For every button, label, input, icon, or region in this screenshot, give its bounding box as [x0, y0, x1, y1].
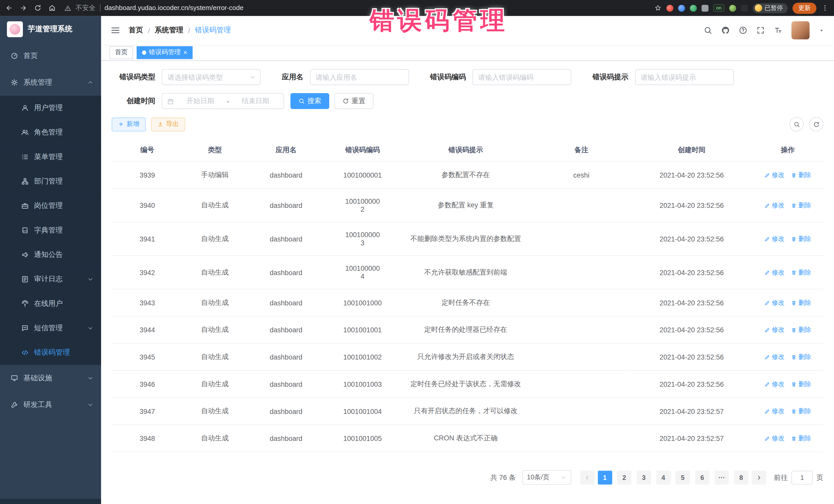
error-hint-input[interactable] [635, 69, 734, 85]
edit-link[interactable]: 修改 [765, 201, 785, 210]
show-search-toggle-button[interactable] [789, 117, 804, 131]
edit-link[interactable]: 修改 [765, 407, 785, 416]
edit-link[interactable]: 修改 [765, 352, 785, 361]
forward-icon[interactable] [20, 4, 27, 12]
export-button[interactable]: 导出 [151, 117, 185, 131]
sidebar-item[interactable]: 字典管理 [0, 218, 101, 242]
sidebar-item[interactable]: 角色管理 [0, 120, 101, 145]
browser-menu-kebab-icon[interactable] [821, 4, 829, 12]
cell-code: 1001001000 [325, 289, 400, 316]
app-logo-row[interactable]: 芋道管理系统 [0, 16, 101, 43]
delete-link[interactable]: 删除 [791, 298, 811, 307]
app-name-input[interactable] [310, 69, 409, 85]
sidebar-item[interactable]: 错误码管理 [0, 341, 101, 365]
fullscreen-icon[interactable] [756, 26, 765, 35]
sidebar-item[interactable]: 审计日志 [0, 267, 101, 291]
address-bar[interactable]: 不安全 dashboard.yudao.iocoder.cn/system/er… [64, 3, 649, 12]
error-type-select[interactable] [162, 69, 261, 85]
delete-link[interactable]: 删除 [791, 201, 811, 210]
home-icon[interactable] [48, 4, 56, 12]
sidebar-item[interactable]: 系统管理 [0, 69, 101, 96]
delete-link[interactable]: 删除 [791, 379, 811, 389]
sidebar-item[interactable]: 首页 [0, 43, 101, 69]
delete-link[interactable]: 删除 [791, 352, 811, 361]
page-number-button[interactable]: 2 [617, 470, 632, 484]
github-icon[interactable] [721, 26, 730, 35]
font-size-icon[interactable] [774, 26, 783, 35]
extension-icon-blue[interactable] [679, 5, 685, 12]
extension-icon-red[interactable] [667, 5, 674, 12]
edit-link[interactable]: 修改 [765, 234, 785, 243]
date-range-picker[interactable]: 开始日期 - 结束日期 [162, 93, 284, 109]
edit-link[interactable]: 修改 [765, 268, 785, 277]
page-number-button[interactable]: 3 [637, 470, 651, 484]
page-number-button[interactable]: ··· [715, 470, 729, 484]
delete-link[interactable]: 删除 [791, 268, 811, 277]
reload-icon[interactable] [34, 4, 42, 12]
delete-link[interactable]: 删除 [791, 325, 811, 334]
page-number-button[interactable]: 5 [676, 470, 690, 484]
next-page-button[interactable] [752, 470, 766, 484]
bookmark-star-icon[interactable] [654, 4, 662, 12]
back-icon[interactable] [5, 4, 13, 12]
cell-code: 100100000 4 [325, 256, 400, 289]
cell-app: dashboard [247, 189, 325, 222]
goto-page-input[interactable] [791, 470, 813, 484]
reset-button[interactable]: 重置 [335, 93, 373, 109]
sidebar-item[interactable]: 在线用户 [0, 291, 101, 316]
delete-link[interactable]: 删除 [791, 434, 811, 443]
cell-app: dashboard [247, 371, 325, 398]
tag-tab[interactable]: 首页 [110, 46, 133, 59]
tag-tab[interactable]: 错误码管理 × [137, 46, 193, 59]
profile-paused-badge[interactable]: 已暂停 [752, 3, 788, 13]
edit-link[interactable]: 修改 [765, 379, 785, 389]
browser-update-button[interactable]: 更新 [792, 2, 816, 14]
edit-link[interactable]: 修改 [765, 434, 785, 443]
column-header: 创建时间 [631, 139, 752, 161]
sidebar-collapse-bar[interactable] [0, 499, 101, 504]
error-code-input[interactable] [473, 69, 571, 85]
search-icon[interactable] [704, 26, 712, 35]
delete-link[interactable]: 删除 [791, 170, 811, 179]
refresh-table-button[interactable] [809, 117, 824, 131]
cell-remark: ceshi [531, 161, 631, 189]
page-size-select[interactable]: 10条/页 [522, 470, 571, 484]
extension-on-badge[interactable]: on [714, 4, 724, 12]
help-icon[interactable] [739, 26, 747, 35]
hamburger-icon[interactable] [111, 25, 120, 35]
page-number-button[interactable]: 1 [598, 470, 612, 484]
cell-app: dashboard [247, 161, 325, 189]
edit-link[interactable]: 修改 [765, 170, 785, 179]
cell-hint: 不能删除类型为系统内置的参数配置 [400, 222, 531, 256]
sidebar-item[interactable]: 短信管理 [0, 316, 101, 340]
cell-type: 自动生成 [183, 425, 247, 452]
breadcrumb-home[interactable]: 首页 [129, 25, 143, 35]
extension-icon-green[interactable] [690, 5, 697, 12]
avatar[interactable] [791, 21, 809, 39]
edit-link[interactable]: 修改 [765, 325, 785, 334]
page-number-button[interactable]: 8 [734, 470, 748, 484]
sidebar-item[interactable]: 基础设施 [0, 365, 101, 392]
extension-icon-gray[interactable] [702, 5, 709, 12]
close-icon[interactable]: × [183, 49, 187, 56]
sidebar-item[interactable]: 部门管理 [0, 169, 101, 194]
breadcrumb-system[interactable]: 系统管理 [155, 25, 183, 35]
sidebar-item[interactable]: 岗位管理 [0, 194, 101, 218]
sidebar-item[interactable]: 研发工具 [0, 392, 101, 418]
add-button[interactable]: 新增 [112, 117, 146, 131]
page-number-button[interactable]: 6 [695, 470, 709, 484]
cell-actions: 修改 删除 [752, 397, 823, 425]
sidebar-item[interactable]: 菜单管理 [0, 145, 101, 169]
table-row: 3940 自动生成 dashboard 100100000 2 参数配置 key… [112, 189, 823, 222]
extension-icon-leaf[interactable] [729, 5, 736, 12]
sidebar-item[interactable]: 通知公告 [0, 242, 101, 267]
edit-link[interactable]: 修改 [765, 298, 785, 307]
sidebar-item[interactable]: 用户管理 [0, 96, 101, 120]
delete-link[interactable]: 删除 [791, 407, 811, 416]
search-button[interactable]: 搜索 [290, 93, 329, 109]
extension-icon-pin[interactable] [741, 5, 748, 12]
delete-link[interactable]: 删除 [791, 234, 811, 243]
prev-page-button[interactable] [580, 470, 595, 484]
caret-down-icon[interactable] [819, 27, 825, 34]
page-number-button[interactable]: 4 [656, 470, 671, 484]
